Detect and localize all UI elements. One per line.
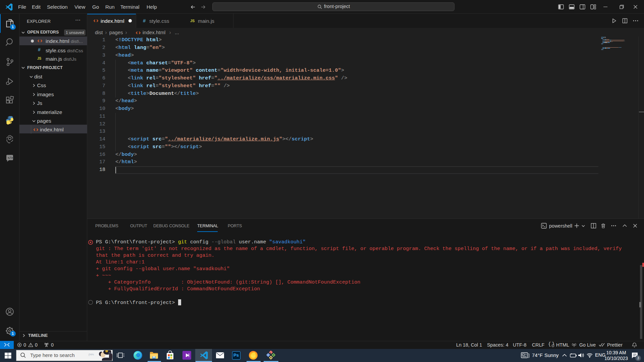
svg-text:</>: </>: [8, 157, 13, 160]
